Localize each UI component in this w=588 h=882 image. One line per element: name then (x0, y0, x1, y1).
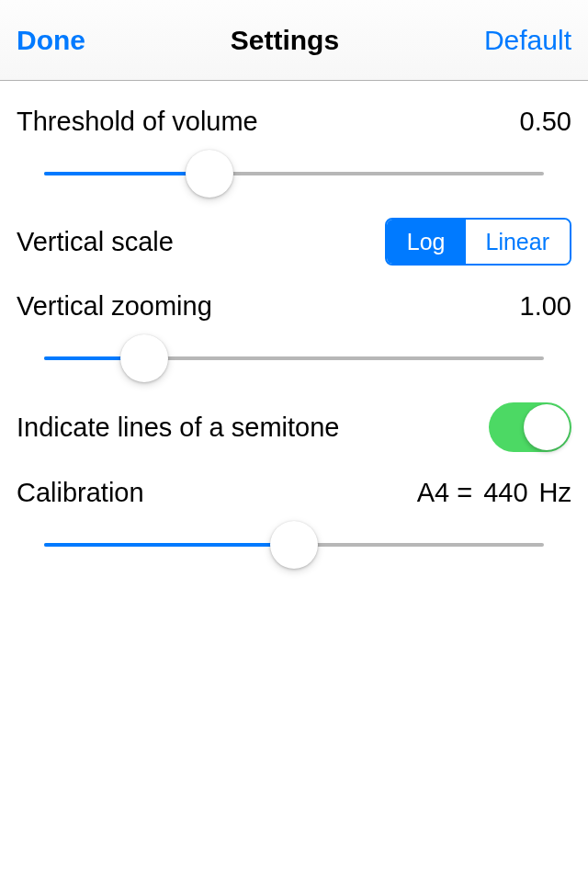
segment-linear[interactable]: Linear (466, 220, 571, 264)
navigation-bar: Done Settings Default (0, 0, 588, 81)
semitone-row: Indicate lines of a semitone (17, 377, 571, 452)
semitone-switch[interactable] (489, 402, 571, 452)
vertical-zooming-row: Vertical zooming 1.00 (17, 266, 571, 322)
slider-track (44, 356, 544, 360)
vertical-scale-row: Vertical scale Log Linear (17, 192, 571, 266)
settings-content: Threshold of volume 0.50 Vertical scale … (0, 81, 588, 563)
calibration-unit: Hz (539, 478, 571, 508)
slider-thumb[interactable] (186, 150, 233, 198)
threshold-slider[interactable] (17, 137, 571, 192)
slider-thumb[interactable] (120, 334, 168, 382)
done-button[interactable]: Done (17, 25, 85, 56)
vertical-scale-label: Vertical scale (17, 227, 174, 257)
segment-log[interactable]: Log (387, 220, 466, 264)
calibration-value: 440 (483, 478, 527, 508)
threshold-label: Threshold of volume (17, 107, 258, 137)
vertical-zooming-value: 1.00 (520, 291, 571, 322)
page-title: Settings (231, 25, 339, 56)
vertical-scale-segmented[interactable]: Log Linear (385, 218, 571, 266)
calibration-slider[interactable] (17, 508, 571, 563)
slider-thumb[interactable] (270, 521, 318, 569)
calibration-label: Calibration (17, 478, 144, 508)
slider-fill (44, 543, 294, 547)
vertical-zooming-label: Vertical zooming (17, 291, 212, 322)
calibration-prefix: A4 = (417, 478, 472, 508)
calibration-value-group: A4 = 440 Hz (417, 478, 571, 508)
vertical-zooming-slider[interactable] (17, 322, 571, 377)
switch-knob (524, 404, 570, 450)
slider-track (44, 543, 544, 547)
slider-track (44, 172, 544, 175)
threshold-row: Threshold of volume 0.50 (17, 81, 571, 137)
semitone-label: Indicate lines of a semitone (17, 413, 339, 443)
threshold-value: 0.50 (520, 107, 571, 137)
calibration-row: Calibration A4 = 440 Hz (17, 452, 571, 508)
default-button[interactable]: Default (484, 25, 571, 56)
